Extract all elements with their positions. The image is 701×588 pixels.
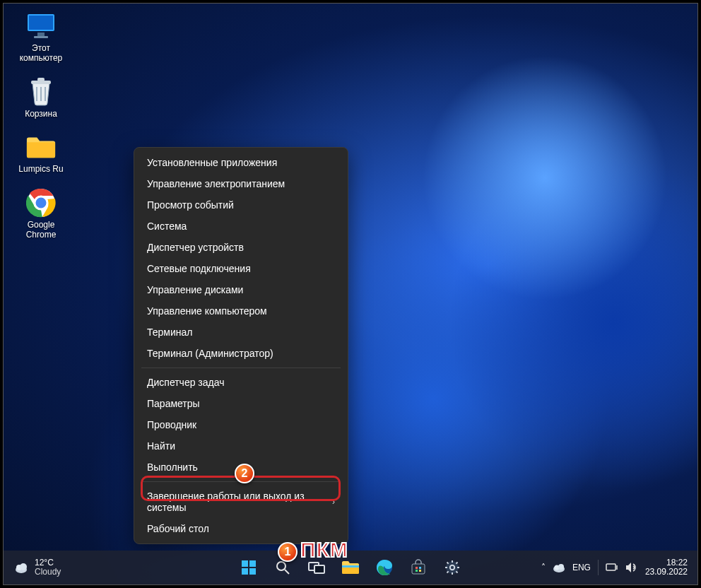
menu-item-label: Управление компьютером [147,305,267,317]
gear-icon [444,559,461,576]
tray-network-icon[interactable] [606,563,618,572]
menu-item-label: Терминал (Администратор) [147,348,273,359]
desktop-icon-label: Google Chrome [26,220,57,240]
menu-item[interactable]: Диспетчер устройств [134,237,348,258]
desktop-icons: Этот компьютер Корзина Lumpics Ru Google… [13,11,69,240]
svg-rect-15 [249,568,256,575]
system-tray: ˄ ENG 18:22 23.09.2022 [541,558,697,577]
tray-language[interactable]: ENG [572,563,591,572]
desktop-icon-label: Lumpics Ru [18,165,63,175]
weather-cloud-icon [13,560,29,575]
svg-rect-2 [37,33,45,36]
menu-item-label: Система [147,220,187,232]
menu-item-label: Управление дисками [147,284,243,295]
svg-rect-13 [249,560,256,567]
chevron-right-icon: › [332,497,335,507]
desktop-icon-recycle-bin[interactable]: Корзина [13,76,69,119]
tray-clock[interactable]: 18:22 23.09.2022 [645,558,688,577]
folder-icon [25,131,57,163]
svg-rect-41 [606,564,615,570]
menu-item[interactable]: Найти [134,435,348,457]
taskbar-edge-button[interactable] [370,553,399,582]
menu-item-label: Диспетчер устройств [147,242,244,253]
svg-rect-21 [342,565,359,568]
annotation-badge-2: 2 [235,464,254,483]
menu-item[interactable]: Рабочий стол [134,518,348,539]
desktop-icon-chrome[interactable]: Google Chrome [13,187,69,240]
menu-item[interactable]: Диспетчер задач [134,372,348,393]
svg-rect-23 [412,564,425,574]
menu-item[interactable]: Просмотр событий [134,194,348,216]
menu-item[interactable]: Параметры [134,393,348,414]
svg-point-16 [277,562,285,570]
monitor-icon [25,11,57,42]
menu-item-label: Диспетчер задач [147,377,225,388]
taskbar-weather-text: 12°C Cloudy [35,558,61,576]
svg-line-35 [456,571,457,572]
start-button[interactable] [235,553,263,582]
menu-item-label: Просмотр событий [147,199,234,211]
start-context-menu: Установленные приложенияУправление элект… [134,147,348,544]
search-icon [275,560,290,575]
taskbar-store-button[interactable] [404,553,432,582]
svg-rect-25 [419,567,421,569]
menu-item[interactable]: Управление электропитанием [134,173,348,194]
svg-line-34 [447,563,449,564]
desktop-icon-label: Этот компьютер [20,44,63,64]
menu-item-label: Выполнить [147,461,198,473]
tray-onedrive-icon[interactable] [553,563,565,572]
menu-item[interactable]: Проводник [134,414,348,435]
svg-rect-14 [242,568,248,575]
menu-item[interactable]: Управление дисками [134,279,348,300]
taskbar-settings-button[interactable] [438,553,466,582]
menu-item[interactable]: Терминал [134,322,348,343]
menu-item-label: Управление электропитанием [147,178,285,189]
windows-logo-icon [240,559,257,576]
taskbar-weather[interactable]: 12°C Cloudy [4,558,61,576]
menu-item-label: Терминал [147,327,192,338]
weather-desc: Cloudy [35,568,61,577]
annotation-pkm-label: ПКМ [300,538,348,562]
menu-item-label: Параметры [147,398,200,409]
menu-item[interactable]: Терминал (Администратор) [134,343,348,364]
menu-item-label: Найти [147,440,175,452]
chrome-icon [25,187,57,218]
tray-separator [598,560,599,575]
desktop-icon-label: Корзина [25,110,57,119]
svg-rect-1 [29,16,53,30]
annotation-badge-1: 1 [278,542,298,562]
menu-item[interactable]: Установленные приложения [134,152,348,173]
menu-item[interactable]: Сетевые подключения [134,258,348,279]
wallpaper [4,4,697,584]
desktop-icon-this-pc[interactable]: Этот компьютер [13,11,69,64]
recycle-bin-icon [25,76,57,107]
svg-rect-3 [34,36,48,38]
menu-item-label: Сетевые подключения [147,263,251,274]
tray-volume-icon[interactable] [625,562,638,573]
svg-line-36 [447,571,449,572]
menu-item-label: Проводник [147,419,196,430]
svg-rect-27 [419,570,421,572]
menu-separator [141,368,341,368]
svg-rect-26 [416,570,418,572]
desktop-icon-folder[interactable]: Lumpics Ru [13,131,69,175]
tray-chevron-up-icon[interactable]: ˄ [541,563,546,572]
menu-item[interactable]: Управление компьютером [134,300,348,322]
svg-rect-12 [242,560,248,567]
menu-item[interactable]: Система [134,216,348,237]
task-view-icon [308,560,325,575]
svg-line-37 [456,563,457,564]
taskbar: 12°C Cloudy [4,551,697,584]
tray-date: 23.09.2022 [645,568,688,577]
menu-item-label: Рабочий стол [147,523,209,534]
svg-rect-19 [314,565,324,573]
explorer-icon [341,560,360,575]
store-icon [410,559,427,576]
menu-item-label: Установленные приложения [147,157,277,168]
menu-item[interactable]: Завершение работы или выход из системы› [134,486,348,518]
svg-point-11 [20,563,27,570]
svg-rect-24 [416,567,418,569]
menu-item-label: Завершение работы или выход из системы [147,490,332,513]
svg-rect-5 [37,78,45,81]
edge-icon [376,559,393,576]
